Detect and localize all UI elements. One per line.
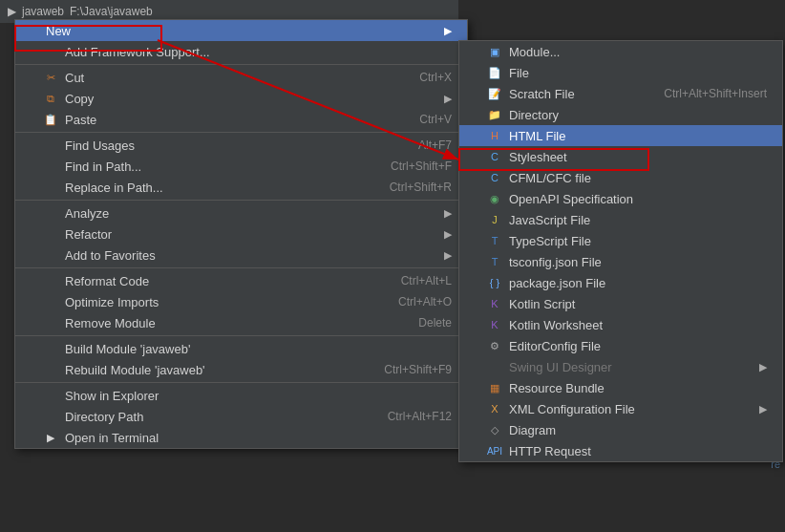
menu-item-dir-path[interactable]: Directory Path Ctrl+Alt+F12 <box>15 406 467 427</box>
cut-label: Cut <box>65 71 400 85</box>
swing-ui-label: Swing UI Designer <box>509 360 750 374</box>
rebuild-module-icon <box>42 362 59 377</box>
menu-item-copy[interactable]: ⧉ Copy ▶ <box>15 88 467 109</box>
refactor-icon <box>42 226 59 242</box>
menu-item-reformat[interactable]: Reformat Code Ctrl+Alt+L <box>15 270 467 291</box>
file-label: File <box>509 66 767 80</box>
find-usages-icon <box>42 138 59 153</box>
analyze-arrow: ▶ <box>444 207 452 220</box>
remove-module-icon <box>42 315 59 330</box>
separator-2 <box>15 132 467 133</box>
http-request-label: HTTP Request <box>509 444 767 458</box>
paste-icon: 📋 <box>42 112 59 127</box>
separator-4 <box>15 267 467 268</box>
menu-item-find-usages[interactable]: Find Usages Alt+F7 <box>15 135 467 156</box>
dir-path-label: Directory Path <box>65 410 369 424</box>
module-icon: ▣ <box>486 44 503 59</box>
bundle-icon: ▦ <box>486 380 503 395</box>
scratch-icon: 📝 <box>486 86 503 101</box>
menu-item-open-terminal[interactable]: ▶ Open in Terminal <box>15 427 467 448</box>
kotlin-worksheet-label: Kotlin Worksheet <box>509 318 767 332</box>
open-terminal-label: Open in Terminal <box>65 431 452 445</box>
separator-3 <box>15 200 467 201</box>
copy-icon: ⧉ <box>42 91 59 106</box>
add-favorites-arrow: ▶ <box>444 249 452 262</box>
analyze-icon <box>42 205 59 221</box>
tsconfig-icon: T <box>486 254 503 269</box>
menu-item-stylesheet[interactable]: C Stylesheet <box>459 146 782 167</box>
menu-item-module[interactable]: ▣ Module... <box>459 41 782 62</box>
menu-item-kotlin-worksheet[interactable]: K Kotlin Worksheet <box>459 314 782 335</box>
menu-item-cfml[interactable]: C CFML/CFC file <box>459 167 782 188</box>
new-icon <box>23 23 40 38</box>
context-menu-left: New ▶ Add Framework Support... ✂ Cut Ctr… <box>14 19 468 449</box>
new-label: New <box>46 24 435 38</box>
add-framework-icon <box>42 44 59 59</box>
menu-item-rebuild-module[interactable]: Rebuild Module 'javaweb' Ctrl+Shift+F9 <box>15 359 467 380</box>
separator-1 <box>15 64 467 65</box>
js-icon: J <box>486 212 503 227</box>
menu-item-diagram[interactable]: ◇ Diagram <box>459 419 782 440</box>
http-icon: API <box>486 443 503 458</box>
menu-item-show-explorer[interactable]: Show in Explorer <box>15 385 467 406</box>
copy-arrow: ▶ <box>444 93 452 105</box>
package-json-label: package.json File <box>509 276 767 290</box>
diagram-label: Diagram <box>509 423 767 437</box>
reformat-icon <box>42 273 59 288</box>
menu-item-build-module[interactable]: Build Module 'javaweb' <box>15 338 467 359</box>
menu-item-kotlin-script[interactable]: K Kotlin Script <box>459 293 782 314</box>
menu-item-openapi[interactable]: ◉ OpenAPI Specification <box>459 188 782 209</box>
html-file-label: HTML File <box>509 129 767 143</box>
menu-item-package-json[interactable]: { } package.json File <box>459 272 782 293</box>
menu-item-add-framework[interactable]: Add Framework Support... <box>15 41 467 62</box>
find-path-label: Find in Path... <box>65 160 371 174</box>
replace-path-label: Replace in Path... <box>65 181 371 195</box>
menu-item-new[interactable]: New ▶ <box>15 20 467 41</box>
menu-item-scratch-file[interactable]: 📝 Scratch File Ctrl+Alt+Shift+Insert <box>459 83 782 104</box>
editorconfig-label: EditorConfig File <box>509 339 767 353</box>
javascript-label: JavaScript File <box>509 213 767 227</box>
kotlin-worksheet-icon: K <box>486 317 503 332</box>
menu-item-analyze[interactable]: Analyze ▶ <box>15 202 467 223</box>
menu-item-remove-module[interactable]: Remove Module Delete <box>15 312 467 333</box>
reformat-shortcut: Ctrl+Alt+L <box>401 274 452 287</box>
show-explorer-icon <box>42 388 59 403</box>
menu-item-add-favorites[interactable]: Add to Favorites ▶ <box>15 245 467 266</box>
menu-item-find-path[interactable]: Find in Path... Ctrl+Shift+F <box>15 156 467 177</box>
menu-item-resource-bundle[interactable]: ▦ Resource Bundle <box>459 377 782 398</box>
cfml-icon: C <box>486 170 503 185</box>
stylesheet-label: Stylesheet <box>509 150 767 164</box>
menu-item-xml-config[interactable]: X XML Configuration File ▶ <box>459 398 782 419</box>
project-title: javaweb <box>22 5 64 18</box>
dir-path-icon <box>42 409 59 424</box>
menu-item-paste[interactable]: 📋 Paste Ctrl+V <box>15 109 467 130</box>
optimize-label: Optimize Imports <box>65 295 379 309</box>
xml-config-label: XML Configuration File <box>509 402 750 416</box>
rebuild-shortcut: Ctrl+Shift+F9 <box>384 363 452 376</box>
menu-item-replace-path[interactable]: Replace in Path... Ctrl+Shift+R <box>15 177 467 198</box>
menu-item-javascript[interactable]: J JavaScript File <box>459 209 782 230</box>
find-path-icon <box>42 159 59 174</box>
menu-item-file[interactable]: 📄 File <box>459 62 782 83</box>
directory-label: Directory <box>509 108 767 122</box>
ts-icon: T <box>486 233 503 248</box>
tsconfig-label: tsconfig.json File <box>509 255 767 269</box>
xml-arrow: ▶ <box>759 403 767 415</box>
menu-item-html-file[interactable]: H HTML File <box>459 125 782 146</box>
optimize-icon <box>42 294 59 309</box>
menu-item-refactor[interactable]: Refactor ▶ <box>15 223 467 245</box>
menu-item-editorconfig[interactable]: ⚙ EditorConfig File <box>459 335 782 356</box>
menu-item-http-request[interactable]: API HTTP Request <box>459 440 782 461</box>
show-explorer-label: Show in Explorer <box>65 389 452 403</box>
paste-shortcut: Ctrl+V <box>419 113 452 126</box>
menu-item-cut[interactable]: ✂ Cut Ctrl+X <box>15 67 467 88</box>
menu-item-directory[interactable]: 📁 Directory <box>459 104 782 125</box>
menu-item-optimize[interactable]: Optimize Imports Ctrl+Alt+O <box>15 291 467 312</box>
paste-label: Paste <box>65 113 400 127</box>
swing-ui-arrow: ▶ <box>759 361 767 373</box>
module-label: Module... <box>509 45 767 59</box>
menu-item-typescript[interactable]: T TypeScript File <box>459 230 782 251</box>
folder-icon: 📁 <box>486 107 503 122</box>
menu-item-tsconfig[interactable]: T tsconfig.json File <box>459 251 782 272</box>
cfml-label: CFML/CFC file <box>509 171 767 185</box>
